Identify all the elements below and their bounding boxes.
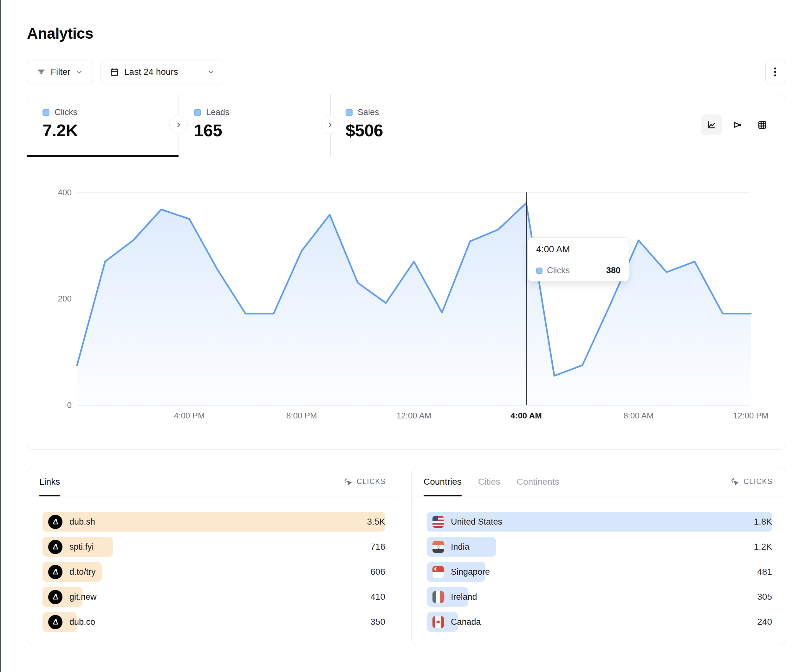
country-row[interactable]: United States1.8K: [427, 512, 772, 532]
country-row[interactable]: India1.2K: [427, 537, 772, 557]
row-label: git.new: [70, 592, 97, 602]
gridline-0: [77, 405, 750, 406]
sales-label: Sales: [358, 107, 379, 117]
row-label: dub.sh: [70, 517, 95, 527]
area-chart-plot[interactable]: [77, 193, 751, 405]
row-value: 410: [370, 587, 385, 607]
date-range-label: Last 24 hours: [124, 67, 178, 77]
chart-view-toggles: [701, 114, 773, 135]
country-row[interactable]: Singapore481: [427, 562, 772, 582]
stat-expand-leads-button[interactable]: [169, 116, 188, 134]
tab-countries[interactable]: Countries: [424, 467, 462, 496]
chevron-down-icon: [75, 68, 83, 76]
dub-logo-icon: [48, 590, 63, 604]
countries-card: Countries Cities Continents CLICKS Unite…: [411, 467, 785, 645]
link-row[interactable]: dub.co350: [43, 612, 385, 632]
x-axis-tick-label: 12:00 AM: [397, 411, 432, 421]
clicks-legend-swatch: [43, 109, 49, 116]
page-title: Analytics: [27, 25, 93, 42]
dub-logo-icon: [48, 515, 63, 529]
row-label: India: [451, 542, 469, 552]
analytics-page: Analytics Filter Last 24 hours Cl: [0, 0, 812, 672]
funnel-chart-view-button[interactable]: [727, 114, 747, 135]
stats-row: Clicks 7.2K Leads 165: [27, 94, 785, 157]
country-row[interactable]: Canada240: [427, 612, 772, 632]
sales-legend-swatch: [346, 109, 353, 116]
dub-logo-icon: [48, 615, 63, 629]
tab-sales[interactable]: Sales $506: [330, 94, 489, 157]
link-row[interactable]: spti.fyi716: [43, 537, 385, 557]
ca-flag-icon: [432, 616, 444, 628]
cursor-click-icon: [343, 477, 353, 486]
row-label: United States: [451, 517, 502, 527]
filter-button-label: Filter: [51, 67, 70, 77]
tab-leads[interactable]: Leads 165: [179, 94, 330, 157]
row-label: dub.co: [70, 617, 95, 627]
tooltip-series-label: Clicks: [547, 266, 570, 275]
leads-legend-swatch: [194, 109, 201, 116]
row-value: 1.2K: [754, 537, 772, 557]
countries-card-header: Countries Cities Continents CLICKS: [411, 467, 785, 496]
table-view-button[interactable]: [752, 114, 773, 135]
tab-continents[interactable]: Continents: [517, 467, 559, 496]
link-row[interactable]: dub.sh3.5K: [43, 512, 385, 532]
link-row[interactable]: d.to/try606: [43, 562, 385, 582]
chart-region[interactable]: 400 200 0 4:00 PM8:00 PM12:00 AM4:00 AM8…: [27, 157, 785, 449]
links-metric-selector[interactable]: CLICKS: [343, 477, 386, 486]
x-axis-tick-label: 8:00 PM: [286, 411, 317, 421]
x-axis-tick-label: 4:00 PM: [174, 411, 205, 421]
countries-metric-selector[interactable]: CLICKS: [730, 477, 773, 486]
calendar-icon: [110, 67, 119, 77]
hover-ruler: [526, 193, 527, 405]
y-axis-tick-0: 0: [37, 400, 72, 410]
chart-tooltip: 4:00 AM Clicks 380: [527, 237, 629, 281]
dub-logo-icon: [48, 565, 63, 579]
tab-cities[interactable]: Cities: [478, 467, 500, 496]
x-axis-tick-label: 4:00 AM: [510, 411, 542, 421]
stat-expand-sales-button[interactable]: [321, 116, 339, 134]
links-card-header: Links CLICKS: [27, 467, 398, 496]
links-metric-label: CLICKS: [357, 478, 386, 486]
countries-metric-label: CLICKS: [744, 478, 773, 486]
y-axis-tick-200: 200: [37, 294, 72, 304]
x-axis-tick-label: 8:00 AM: [623, 411, 653, 421]
us-flag-icon: [432, 516, 444, 528]
ie-flag-icon: [432, 591, 444, 603]
row-value: 305: [757, 587, 772, 607]
leads-value: 165: [194, 121, 330, 140]
more-options-button[interactable]: [765, 60, 785, 84]
links-rows: dub.sh3.5Kspti.fyi716d.to/try606git.new4…: [27, 496, 398, 632]
in-flag-icon: [432, 541, 444, 553]
link-row[interactable]: git.new410: [43, 587, 385, 607]
row-value: 716: [370, 537, 385, 557]
cursor-click-icon: [730, 477, 740, 486]
area-fill: [77, 203, 751, 405]
links-card: Links CLICKS dub.sh3.5Kspti.fyi716d.to/t…: [27, 467, 398, 645]
kebab-menu-icon: [771, 67, 780, 77]
country-row[interactable]: Ireland305: [427, 587, 772, 607]
row-value: 3.5K: [367, 512, 385, 532]
row-label: Ireland: [451, 592, 477, 602]
left-edge-strip: [0, 0, 1, 672]
row-label: d.to/try: [70, 567, 96, 577]
x-axis-labels: 4:00 PM8:00 PM12:00 AM4:00 AM8:00 AM12:0…: [27, 411, 785, 425]
area-chart-view-button[interactable]: [701, 114, 722, 135]
clicks-area-chart: [77, 193, 751, 405]
row-label: Canada: [451, 617, 481, 627]
y-axis-tick-400: 400: [37, 188, 72, 198]
row-value: 240: [757, 612, 772, 632]
row-value: 1.8K: [754, 512, 772, 532]
row-value: 606: [370, 562, 385, 582]
tab-clicks[interactable]: Clicks 7.2K: [27, 94, 179, 157]
tooltip-time: 4:00 AM: [528, 238, 629, 260]
clicks-label: Clicks: [55, 107, 77, 117]
date-range-button[interactable]: Last 24 hours: [101, 60, 224, 84]
tab-links[interactable]: Links: [39, 467, 60, 496]
row-value: 481: [757, 562, 772, 582]
sg-flag-icon: [432, 566, 444, 578]
clicks-value: 7.2K: [43, 121, 179, 140]
dub-logo-icon: [48, 540, 63, 554]
filter-button[interactable]: Filter: [27, 60, 93, 84]
tooltip-clicks-swatch: [536, 268, 542, 274]
row-label: Singapore: [451, 567, 490, 577]
